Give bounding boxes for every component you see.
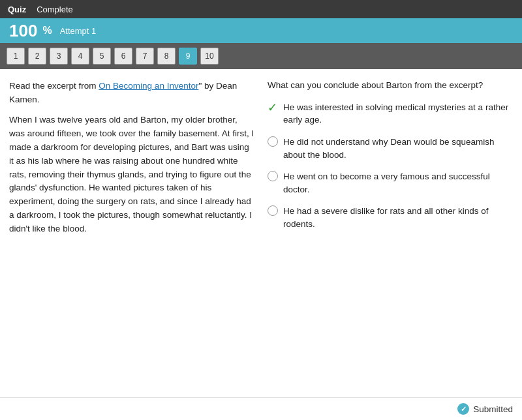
answer-option-a[interactable]: ✓ He was interested in solving medical m… xyxy=(268,101,513,127)
score-symbol: % xyxy=(42,25,52,37)
answer-text-d: He had a severe dislike for rats and all… xyxy=(283,205,513,230)
content-body: Read the excerpt from On Becoming an Inv… xyxy=(0,69,522,397)
passage: Read the excerpt from On Becoming an Inv… xyxy=(9,80,254,391)
nav-btn-2[interactable]: 2 xyxy=(28,48,46,65)
checkmark-icon: ✓ xyxy=(268,102,278,112)
top-bar: Quiz Complete xyxy=(0,0,522,18)
passage-link[interactable]: On Becoming an Inventor xyxy=(99,81,198,91)
nav-btn-1[interactable]: 1 xyxy=(7,48,25,65)
complete-label: Complete xyxy=(37,5,73,14)
passage-intro-text: Read the excerpt from xyxy=(9,81,99,91)
passage-paragraph: When I was twelve years old and Barton, … xyxy=(9,113,254,236)
answer-option-b[interactable]: He did not understand why Dean would be … xyxy=(268,136,513,161)
submitted-label: Submitted xyxy=(473,404,513,414)
submitted-badge: ✓ Submitted xyxy=(457,403,513,415)
radio-b xyxy=(268,136,278,147)
score-bar: 100% Attempt 1 xyxy=(0,18,522,43)
radio-c xyxy=(268,171,278,181)
main-content: Read the excerpt from On Becoming an Inv… xyxy=(0,69,522,420)
answer-text-c: He went on to become a very famous and s… xyxy=(283,170,513,196)
nav-btn-5[interactable]: 5 xyxy=(93,48,111,65)
submitted-icon: ✓ xyxy=(457,403,469,415)
answer-option-d[interactable]: He had a severe dislike for rats and all… xyxy=(268,205,513,230)
footer: ✓ Submitted xyxy=(0,397,522,420)
question-text: What can you conclude about Barton from … xyxy=(268,80,513,92)
quiz-label: Quiz xyxy=(8,5,26,14)
question-area: What can you conclude about Barton from … xyxy=(268,80,513,391)
nav-btn-4[interactable]: 4 xyxy=(71,48,89,65)
answer-text-b: He did not understand why Dean would be … xyxy=(283,136,513,161)
nav-btn-9[interactable]: 9 xyxy=(179,48,197,65)
answer-text-a: He was interested in solving medical mys… xyxy=(283,101,513,127)
passage-intro: Read the excerpt from On Becoming an Inv… xyxy=(9,80,254,107)
radio-d xyxy=(268,205,278,216)
nav-btn-10[interactable]: 10 xyxy=(200,48,219,65)
question-nav: 1 2 3 4 5 6 7 8 9 10 xyxy=(0,43,522,69)
nav-btn-3[interactable]: 3 xyxy=(50,48,68,65)
answer-option-c[interactable]: He went on to become a very famous and s… xyxy=(268,170,513,196)
nav-btn-8[interactable]: 8 xyxy=(157,48,176,65)
nav-btn-6[interactable]: 6 xyxy=(114,48,132,65)
score-value: 100 xyxy=(9,21,37,41)
attempt-label: Attempt 1 xyxy=(60,26,97,36)
nav-btn-7[interactable]: 7 xyxy=(136,48,154,65)
